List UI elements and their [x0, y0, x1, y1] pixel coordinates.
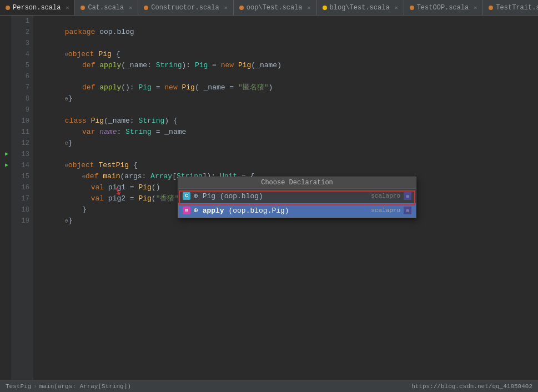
tab-cat-label: Cat.scala [88, 4, 124, 12]
code-line-5 [33, 60, 538, 71]
popup-item-apply-flag: ⊞ [404, 207, 411, 214]
gutter-5 [0, 60, 11, 71]
popup-item-apply[interactable]: m ⊕ apply (oop.blog.Pig) scalapro ⊞ [178, 203, 416, 218]
gutter-7 [0, 82, 11, 93]
apply-text: apply [203, 207, 224, 215]
popup-item-pig[interactable]: C ⊕ Pig (oop.blog) scalapro ⊞ [178, 189, 416, 203]
popup-item-apply-source: scalapro [371, 207, 400, 214]
tab-person[interactable]: Person.scala ✕ [0, 0, 75, 15]
gutter-1 [0, 16, 11, 27]
code-line-13: ⊖object TestPig { [33, 149, 538, 160]
popup-item-pig-flag: ⊞ [404, 192, 411, 200]
tab-testtrait-label: TestTrait.scala [496, 4, 538, 12]
gutter-area: ▶ ▶ [0, 16, 11, 380]
gutter-14: ▶ [0, 160, 11, 171]
gutter-10 [0, 115, 11, 127]
code-line-8 [33, 93, 538, 104]
line-num-11: 11 [11, 127, 29, 138]
code-line-11: ⊖} [33, 127, 538, 138]
popup-icon-apply: m [183, 207, 190, 214]
popup-header-text: Choose Declaration [261, 179, 333, 187]
popup-icon-pig: C [183, 192, 190, 200]
line-num-19: 19 [11, 215, 29, 227]
line-numbers: 1 2 3 4 5 6 7 8 9 10 11 12 13 14 15 16 1… [11, 16, 33, 380]
gutter-8 [0, 93, 11, 104]
gutter-11 [0, 127, 11, 138]
tab-blogtest-close[interactable]: ✕ [395, 4, 398, 11]
tab-constructor-label: Constructor.scala [151, 4, 219, 12]
gutter-18 [0, 204, 11, 215]
gutter-9 [0, 104, 11, 115]
line-num-3: 3 [11, 38, 29, 49]
tab-testoop[interactable]: TestOOP.scala ✕ [404, 0, 484, 15]
tab-constructor-close[interactable]: ✕ [224, 4, 228, 11]
gutter-2 [0, 27, 11, 38]
autocomplete-popup[interactable]: Choose Declaration C ⊕ Pig (oop.blog) sc… [178, 177, 416, 218]
code-line-9: class Pig(_name: String) { [33, 104, 538, 115]
popup-item-pig-source: scalapro [371, 193, 400, 199]
tab-testtrait[interactable]: TestTrait.scala ✕ [483, 0, 538, 15]
tab-cat-close[interactable]: ✕ [129, 4, 132, 11]
gutter-15 [0, 171, 11, 182]
tab-ooptest-label: oop\Test.scala [247, 4, 303, 12]
code-line-7: ⊖} [33, 82, 538, 93]
breadcrumb-sep1: › [33, 383, 37, 390]
breadcrumb-testpig: TestPig [6, 383, 31, 390]
code-area[interactable]: package oop.blog ⊖object Pig { def apply… [33, 16, 538, 380]
tab-testoop-label: TestOOP.scala [417, 4, 469, 12]
line-num-8: 8 [11, 93, 29, 104]
breadcrumb-main: main(args: Array[String]) [39, 383, 131, 390]
line-num-16: 16 [11, 182, 29, 193]
line-num-17: 17 [11, 193, 29, 204]
line-num-12: 12 [11, 138, 29, 149]
code-line-6: def apply(): Pig = new Pig( _name = "匿名猪… [33, 71, 538, 82]
code-line-14: ⊖def main(args: Array[String]): Unit = { [33, 160, 538, 171]
breadcrumb: TestPig › main(args: Array[String]) [6, 383, 131, 390]
code-line-2 [33, 27, 538, 38]
gutter-6 [0, 71, 11, 82]
code-line-1: package oop.blog [33, 16, 538, 27]
gutter-17 [0, 193, 11, 204]
tab-person-close[interactable]: ✕ [66, 4, 69, 11]
tab-person-label: Person.scala [13, 4, 61, 12]
gutter-16 [0, 182, 11, 193]
line-num-7: 7 [11, 82, 29, 93]
tab-cat[interactable]: Cat.scala ✕ [75, 0, 138, 15]
tab-blogtest-label: blog\Test.scala [330, 4, 390, 12]
line-num-10: 10 [11, 115, 29, 127]
line-num-1: 1 [11, 16, 29, 27]
line-num-15: 15 [11, 171, 29, 182]
gutter-19 [0, 215, 11, 227]
gutter-12 [0, 138, 11, 149]
main-area: ▶ ▶ 1 2 3 4 5 6 7 8 9 10 11 12 13 14 15 … [0, 16, 538, 380]
gutter-13: ▶ [0, 149, 11, 160]
tab-blogtest[interactable]: blog\Test.scala ✕ [317, 0, 404, 15]
code-line-4: def apply(_name: String): Pig = new Pig(… [33, 49, 538, 60]
tab-constructor[interactable]: Constructor.scala ✕ [138, 0, 233, 15]
line-num-9: 9 [11, 104, 29, 115]
line-num-18: 18 [11, 204, 29, 215]
code-line-10: var name: String = _name [33, 115, 538, 127]
code-line-12 [33, 138, 538, 149]
tab-testoop-close[interactable]: ✕ [474, 4, 477, 11]
gutter-3 [0, 38, 11, 49]
line-num-5: 5 [11, 60, 29, 71]
status-bar: TestPig › main(args: Array[String]) http… [0, 380, 538, 392]
line-num-13: 13 [11, 149, 29, 160]
tab-ooptest-close[interactable]: ✕ [308, 4, 311, 11]
line-num-6: 6 [11, 71, 29, 82]
gutter-4 [0, 49, 11, 60]
tab-ooptest[interactable]: oop\Test.scala ✕ [234, 0, 317, 15]
status-url: https://blog.csdn.net/qq_41858402 [411, 383, 532, 390]
popup-header: Choose Declaration [178, 177, 416, 189]
popup-item-pig-name: ⊕ Pig (oop.blog) [194, 192, 368, 200]
line-num-2: 2 [11, 27, 29, 38]
line-num-14: 14 [11, 160, 29, 171]
tab-bar: Person.scala ✕ Cat.scala ✕ Constructor.s… [0, 0, 538, 16]
code-line-3: ⊖object Pig { [33, 38, 538, 49]
line-num-4: 4 [11, 49, 29, 60]
popup-item-apply-name: ⊕ apply (oop.blog.Pig) [194, 206, 368, 215]
